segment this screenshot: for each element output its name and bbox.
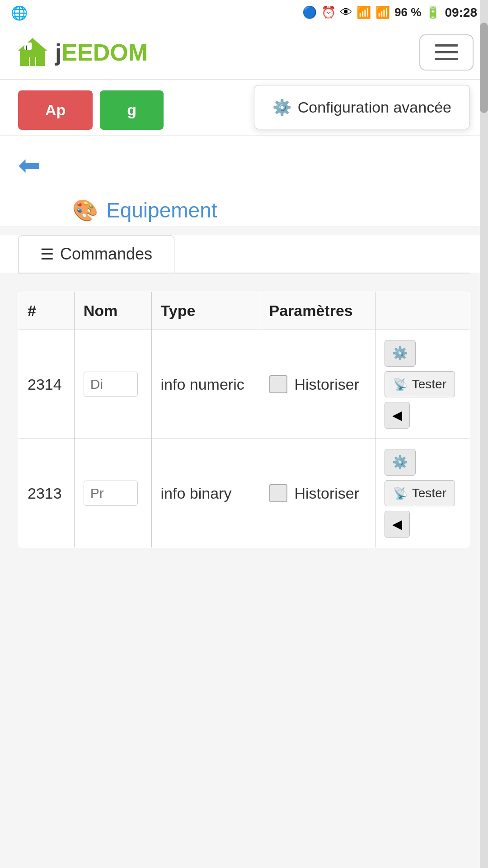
tab-commandes-label: Commandes: [60, 245, 152, 264]
row2-nom-cell: [74, 439, 151, 548]
row2-tester-button[interactable]: 📡 Tester: [385, 480, 455, 506]
status-bar: 🌐 🔵 ⏰ 👁 📶 📶 96 % 🔋 09:28: [0, 0, 488, 25]
col-header-id: #: [19, 292, 75, 330]
scrollbar-track[interactable]: [480, 0, 488, 868]
row2-action-cell: ⚙️ 📡 Tester ◀: [385, 449, 460, 538]
config-dropdown[interactable]: ⚙️ Configuration avancée: [254, 85, 470, 129]
row1-gear-icon: ⚙️: [392, 346, 408, 361]
alarm-icon: ⏰: [321, 5, 336, 19]
row1-historiser-label: Historiser: [295, 376, 360, 393]
row2-rss-icon: 📡: [393, 486, 408, 500]
scrollbar-thumb[interactable]: [480, 23, 488, 113]
equipement-heading: 🎨 Equipement: [0, 185, 488, 226]
config-label: Configuration avancée: [298, 99, 451, 116]
col-header-type: Type: [151, 292, 260, 330]
chrome-icon: 🌐: [11, 5, 28, 21]
col-header-parametres: Paramètres: [260, 292, 375, 330]
row1-type: info numeric: [151, 330, 260, 439]
row1-id: 2314: [19, 330, 75, 439]
signal-icon: 📶: [375, 5, 390, 19]
row2-nom-input[interactable]: [84, 481, 138, 506]
row1-parametres: Historiser: [260, 330, 375, 439]
main-content: # Nom Type Paramètres 2314 info numeric …: [0, 274, 488, 548]
tab-list-icon: ☰: [40, 245, 54, 263]
row2-historiser-checkbox[interactable]: [269, 484, 287, 502]
button-green[interactable]: g: [100, 90, 164, 130]
row2-type: info binary: [151, 439, 260, 548]
row1-rss-icon: 📡: [393, 377, 408, 392]
row2-gear-icon: ⚙️: [392, 455, 408, 470]
row2-id: 2313: [19, 439, 75, 548]
row1-tester-label: Tester: [412, 377, 446, 392]
row2-historiser-area: Historiser: [269, 484, 366, 502]
hamburger-button[interactable]: [419, 34, 474, 71]
row1-actions: ⚙️ 📡 Tester ◀: [375, 330, 469, 439]
logo: j jEEDOM: [14, 34, 148, 71]
svg-rect-1: [30, 57, 35, 66]
row2-more-button[interactable]: ◀: [385, 511, 410, 538]
row1-nom-input[interactable]: [84, 372, 138, 397]
clock-time: 09:28: [445, 5, 477, 20]
row1-action-cell: ⚙️ 📡 Tester ◀: [385, 340, 460, 429]
bluetooth-icon: 🔵: [302, 5, 317, 19]
header: j jEEDOM: [0, 25, 488, 80]
commands-table: # Nom Type Paramètres 2314 info numeric …: [18, 292, 470, 548]
battery-percent: 96 %: [394, 5, 421, 19]
row2-tester-label: Tester: [412, 486, 446, 500]
row1-gear-button[interactable]: ⚙️: [385, 340, 416, 367]
logo-house-icon: j: [14, 34, 51, 71]
row1-nom-cell: [74, 330, 151, 439]
status-icons: 🔵 ⏰ 👁 📶 📶 96 % 🔋 09:28: [302, 5, 477, 20]
row1-tester-button[interactable]: 📡 Tester: [385, 371, 455, 397]
row2-more-icon: ◀: [392, 517, 402, 532]
row1-historiser-area: Historiser: [269, 375, 366, 393]
logo-text: jEEDOM: [55, 39, 148, 66]
back-icon: ⬅: [18, 150, 41, 180]
row2-actions: ⚙️ 📡 Tester ◀: [375, 439, 469, 548]
table-row: 2313 info binary Historiser ⚙️: [19, 439, 470, 548]
row1-more-icon: ◀: [392, 408, 402, 423]
tab-container: ☰ Commandes: [0, 235, 488, 273]
hamburger-line-1: [435, 44, 458, 47]
status-bar-left: 🌐: [11, 0, 28, 25]
equipement-icon: 🎨: [72, 198, 98, 222]
toolbar-area: Ap g ⚙️ Configuration avancée: [0, 80, 488, 136]
row2-parametres: Historiser: [260, 439, 375, 548]
hamburger-line-2: [435, 51, 458, 53]
eye-icon: 👁: [340, 5, 352, 19]
svg-text:j: j: [25, 44, 27, 50]
hamburger-line-3: [435, 58, 458, 60]
button-red[interactable]: Ap: [18, 90, 93, 130]
back-button[interactable]: ⬅: [18, 149, 41, 181]
equipement-title: Equipement: [106, 198, 217, 222]
wifi-icon: 📶: [357, 5, 371, 19]
battery-icon: 🔋: [426, 5, 440, 19]
row2-historiser-label: Historiser: [295, 485, 360, 502]
table-row: 2314 info numeric Historiser ⚙️: [19, 330, 470, 439]
row2-gear-button[interactable]: ⚙️: [385, 449, 416, 476]
row1-historiser-checkbox[interactable]: [269, 375, 287, 393]
table-header-row: # Nom Type Paramètres: [19, 292, 470, 330]
row1-more-button[interactable]: ◀: [385, 402, 410, 429]
tab-commandes[interactable]: ☰ Commandes: [18, 235, 174, 273]
config-gear-icon: ⚙️: [272, 98, 291, 116]
col-header-actions: [375, 292, 469, 330]
col-header-nom: Nom: [74, 292, 151, 330]
